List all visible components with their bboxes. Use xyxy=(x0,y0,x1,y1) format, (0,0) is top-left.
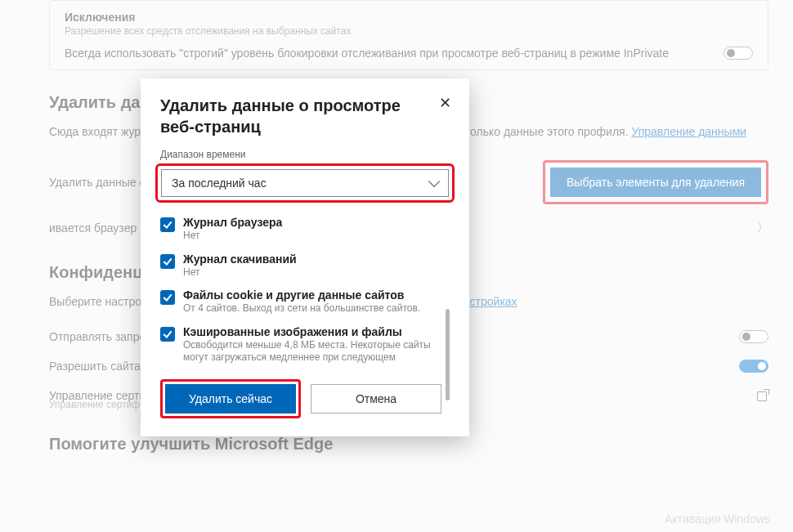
cancel-button[interactable]: Отмена xyxy=(311,384,441,414)
list-item[interactable]: Файлы cookie и другие данные сайтов От 4… xyxy=(160,284,450,320)
clear-now-button[interactable]: Удалить сейчас xyxy=(165,384,296,414)
list-item[interactable]: Кэшированные изображения и файлы Освобод… xyxy=(160,320,450,369)
time-range-value: За последний час xyxy=(172,177,267,190)
checkbox-cache[interactable] xyxy=(160,327,175,342)
checkbox-history[interactable] xyxy=(160,217,175,232)
time-range-select[interactable]: За последний час xyxy=(161,169,449,197)
clear-now-highlight: Удалить сейчас xyxy=(160,379,301,418)
data-type-list: Журнал браузера Нет Журнал скачиваний Не… xyxy=(141,208,469,369)
chevron-down-icon xyxy=(428,176,440,187)
list-item[interactable]: Журнал браузера Нет xyxy=(160,211,450,248)
time-range-label: Диапазон времени xyxy=(141,149,469,160)
time-range-highlight: За последний час xyxy=(155,163,455,203)
scrollbar-thumb[interactable] xyxy=(446,309,450,400)
list-item[interactable]: Журнал скачиваний Нет xyxy=(160,248,450,284)
dialog-title: Удалить данные о просмотре веб-страниц xyxy=(160,95,450,137)
clear-data-dialog: Удалить данные о просмотре веб-страниц ✕… xyxy=(141,78,469,436)
checkbox-downloads[interactable] xyxy=(160,254,175,269)
close-icon[interactable]: ✕ xyxy=(435,93,455,113)
checkbox-cookies[interactable] xyxy=(160,290,175,305)
